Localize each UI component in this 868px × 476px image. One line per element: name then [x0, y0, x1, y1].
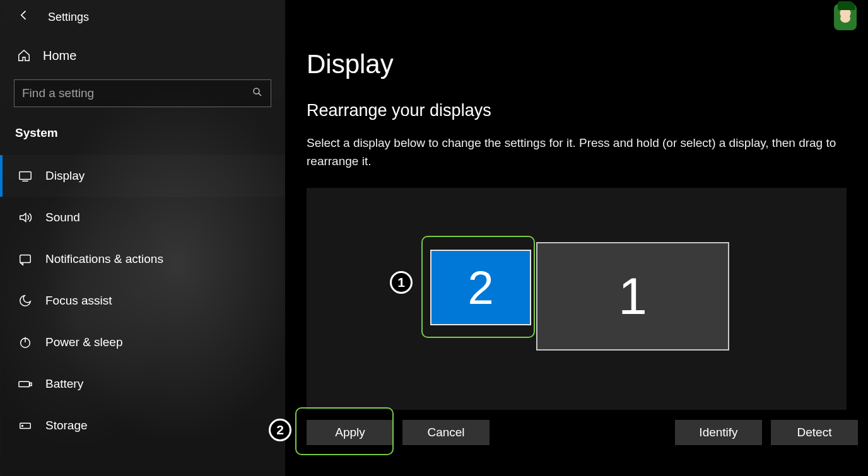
- display-icon: [18, 168, 33, 183]
- back-icon[interactable]: [18, 9, 30, 25]
- main-pane: Display Rearrange your displays Select a…: [285, 0, 868, 476]
- home-icon: [16, 48, 32, 63]
- annotation-callout-1: 1: [390, 271, 413, 294]
- sidebar-item-battery[interactable]: Battery: [0, 363, 285, 405]
- callout-number: 1: [397, 275, 405, 290]
- watermark-avatar: [834, 4, 857, 30]
- monitor-tile-2[interactable]: 2: [430, 250, 531, 325]
- home-nav[interactable]: Home: [0, 34, 285, 73]
- search-icon: [252, 86, 263, 100]
- apply-button[interactable]: Apply: [307, 420, 394, 445]
- storage-icon: [18, 418, 33, 433]
- sidebar-item-label: Display: [45, 169, 85, 183]
- sidebar-item-focus-assist[interactable]: Focus assist: [0, 280, 285, 322]
- page-title: Display: [307, 0, 847, 79]
- detect-button[interactable]: Detect: [771, 420, 858, 445]
- monitor-label: 1: [618, 267, 647, 326]
- sidebar-item-label: Focus assist: [45, 294, 112, 308]
- power-icon: [18, 335, 33, 350]
- svg-rect-9: [30, 383, 32, 386]
- identify-button[interactable]: Identify: [675, 420, 762, 445]
- titlebar: Settings: [0, 0, 285, 34]
- sidebar-item-label: Storage: [45, 419, 88, 432]
- search-input[interactable]: [22, 86, 252, 100]
- sidebar-item-storage[interactable]: Storage: [0, 405, 285, 446]
- sidebar-item-label: Notifications & actions: [45, 252, 163, 266]
- display-arrangement-area[interactable]: 2 1 1: [307, 188, 847, 410]
- notifications-icon: [18, 252, 33, 267]
- battery-icon: [18, 376, 33, 392]
- monitor-label: 2: [467, 261, 493, 315]
- sidebar-item-display[interactable]: Display: [0, 155, 285, 197]
- svg-rect-2: [20, 172, 31, 180]
- svg-rect-8: [19, 381, 29, 386]
- monitor-tile-1[interactable]: 1: [536, 242, 729, 351]
- sidebar-item-label: Power & sleep: [45, 335, 123, 349]
- app-title: Settings: [48, 11, 89, 24]
- sound-icon: [18, 210, 33, 225]
- home-label: Home: [43, 49, 76, 63]
- sidebar-section-label: System: [0, 107, 285, 155]
- svg-point-11: [22, 426, 23, 427]
- section-description: Select a display below to change the set…: [307, 120, 847, 170]
- svg-rect-5: [20, 255, 31, 263]
- svg-point-0: [254, 88, 259, 94]
- sidebar-item-label: Battery: [45, 377, 83, 391]
- section-title: Rearrange your displays: [307, 79, 847, 120]
- sidebar-item-label: Sound: [45, 211, 80, 224]
- search-box[interactable]: [14, 79, 271, 107]
- sidebar-item-notifications[interactable]: Notifications & actions: [0, 238, 285, 280]
- display-action-row: 2 Apply Cancel Identify Detect: [307, 420, 858, 445]
- sidebar-item-sound[interactable]: Sound: [0, 197, 285, 238]
- focus-assist-icon: [18, 293, 33, 308]
- settings-sidebar: Settings Home System Display Sound: [0, 0, 285, 476]
- sidebar-content: Settings Home System Display Sound: [0, 0, 285, 446]
- cancel-button[interactable]: Cancel: [402, 420, 490, 445]
- sidebar-item-power-sleep[interactable]: Power & sleep: [0, 322, 285, 363]
- svg-marker-4: [20, 214, 26, 222]
- svg-line-1: [259, 93, 261, 96]
